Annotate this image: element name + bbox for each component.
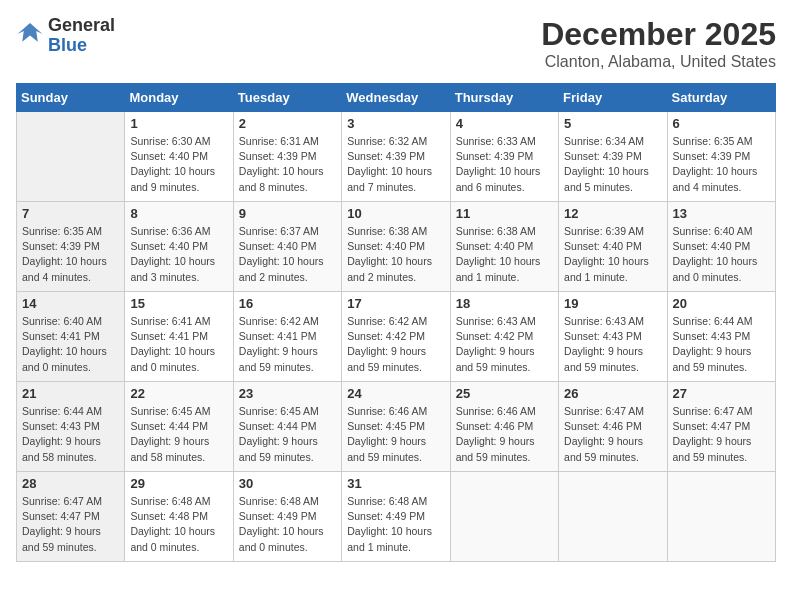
calendar-cell: 17Sunrise: 6:42 AM Sunset: 4:42 PM Dayli…	[342, 292, 450, 382]
calendar-cell: 29Sunrise: 6:48 AM Sunset: 4:48 PM Dayli…	[125, 472, 233, 562]
day-number: 11	[456, 206, 553, 221]
day-number: 3	[347, 116, 444, 131]
month-title: December 2025	[541, 16, 776, 53]
day-number: 18	[456, 296, 553, 311]
day-info: Sunrise: 6:40 AM Sunset: 4:40 PM Dayligh…	[673, 224, 770, 285]
weekday-header-friday: Friday	[559, 84, 667, 112]
calendar-cell: 7Sunrise: 6:35 AM Sunset: 4:39 PM Daylig…	[17, 202, 125, 292]
day-info: Sunrise: 6:31 AM Sunset: 4:39 PM Dayligh…	[239, 134, 336, 195]
calendar-cell: 21Sunrise: 6:44 AM Sunset: 4:43 PM Dayli…	[17, 382, 125, 472]
logo-text-general: General	[48, 16, 115, 36]
calendar-cell: 24Sunrise: 6:46 AM Sunset: 4:45 PM Dayli…	[342, 382, 450, 472]
title-section: December 2025 Clanton, Alabama, United S…	[541, 16, 776, 71]
day-number: 20	[673, 296, 770, 311]
day-info: Sunrise: 6:34 AM Sunset: 4:39 PM Dayligh…	[564, 134, 661, 195]
day-number: 31	[347, 476, 444, 491]
logo-bird-icon	[16, 20, 44, 48]
day-info: Sunrise: 6:48 AM Sunset: 4:49 PM Dayligh…	[239, 494, 336, 555]
day-info: Sunrise: 6:48 AM Sunset: 4:49 PM Dayligh…	[347, 494, 444, 555]
day-number: 1	[130, 116, 227, 131]
day-number: 30	[239, 476, 336, 491]
weekday-header-row: SundayMondayTuesdayWednesdayThursdayFrid…	[17, 84, 776, 112]
day-info: Sunrise: 6:45 AM Sunset: 4:44 PM Dayligh…	[130, 404, 227, 465]
calendar-cell: 14Sunrise: 6:40 AM Sunset: 4:41 PM Dayli…	[17, 292, 125, 382]
calendar-cell: 31Sunrise: 6:48 AM Sunset: 4:49 PM Dayli…	[342, 472, 450, 562]
logo-text-blue: Blue	[48, 36, 115, 56]
day-info: Sunrise: 6:30 AM Sunset: 4:40 PM Dayligh…	[130, 134, 227, 195]
calendar-cell: 20Sunrise: 6:44 AM Sunset: 4:43 PM Dayli…	[667, 292, 775, 382]
day-number: 10	[347, 206, 444, 221]
day-info: Sunrise: 6:41 AM Sunset: 4:41 PM Dayligh…	[130, 314, 227, 375]
day-number: 12	[564, 206, 661, 221]
calendar-cell: 2Sunrise: 6:31 AM Sunset: 4:39 PM Daylig…	[233, 112, 341, 202]
calendar-cell: 4Sunrise: 6:33 AM Sunset: 4:39 PM Daylig…	[450, 112, 558, 202]
weekday-header-saturday: Saturday	[667, 84, 775, 112]
day-info: Sunrise: 6:37 AM Sunset: 4:40 PM Dayligh…	[239, 224, 336, 285]
weekday-header-sunday: Sunday	[17, 84, 125, 112]
day-info: Sunrise: 6:46 AM Sunset: 4:45 PM Dayligh…	[347, 404, 444, 465]
day-info: Sunrise: 6:32 AM Sunset: 4:39 PM Dayligh…	[347, 134, 444, 195]
logo: General Blue	[16, 16, 115, 56]
calendar-cell: 11Sunrise: 6:38 AM Sunset: 4:40 PM Dayli…	[450, 202, 558, 292]
day-number: 23	[239, 386, 336, 401]
calendar-cell: 25Sunrise: 6:46 AM Sunset: 4:46 PM Dayli…	[450, 382, 558, 472]
day-number: 22	[130, 386, 227, 401]
calendar-cell	[17, 112, 125, 202]
location-title: Clanton, Alabama, United States	[541, 53, 776, 71]
calendar-cell: 13Sunrise: 6:40 AM Sunset: 4:40 PM Dayli…	[667, 202, 775, 292]
calendar-cell: 18Sunrise: 6:43 AM Sunset: 4:42 PM Dayli…	[450, 292, 558, 382]
day-number: 29	[130, 476, 227, 491]
day-info: Sunrise: 6:38 AM Sunset: 4:40 PM Dayligh…	[456, 224, 553, 285]
calendar-week-row: 28Sunrise: 6:47 AM Sunset: 4:47 PM Dayli…	[17, 472, 776, 562]
calendar-cell: 5Sunrise: 6:34 AM Sunset: 4:39 PM Daylig…	[559, 112, 667, 202]
calendar-cell: 3Sunrise: 6:32 AM Sunset: 4:39 PM Daylig…	[342, 112, 450, 202]
day-number: 27	[673, 386, 770, 401]
day-number: 7	[22, 206, 119, 221]
day-info: Sunrise: 6:39 AM Sunset: 4:40 PM Dayligh…	[564, 224, 661, 285]
day-number: 14	[22, 296, 119, 311]
day-number: 24	[347, 386, 444, 401]
day-number: 15	[130, 296, 227, 311]
day-number: 9	[239, 206, 336, 221]
day-number: 6	[673, 116, 770, 131]
day-info: Sunrise: 6:47 AM Sunset: 4:46 PM Dayligh…	[564, 404, 661, 465]
calendar-cell: 8Sunrise: 6:36 AM Sunset: 4:40 PM Daylig…	[125, 202, 233, 292]
calendar-cell: 27Sunrise: 6:47 AM Sunset: 4:47 PM Dayli…	[667, 382, 775, 472]
day-info: Sunrise: 6:47 AM Sunset: 4:47 PM Dayligh…	[673, 404, 770, 465]
calendar-cell	[559, 472, 667, 562]
day-info: Sunrise: 6:44 AM Sunset: 4:43 PM Dayligh…	[22, 404, 119, 465]
calendar-cell: 30Sunrise: 6:48 AM Sunset: 4:49 PM Dayli…	[233, 472, 341, 562]
day-info: Sunrise: 6:44 AM Sunset: 4:43 PM Dayligh…	[673, 314, 770, 375]
calendar-cell	[667, 472, 775, 562]
calendar-cell: 9Sunrise: 6:37 AM Sunset: 4:40 PM Daylig…	[233, 202, 341, 292]
calendar-cell: 15Sunrise: 6:41 AM Sunset: 4:41 PM Dayli…	[125, 292, 233, 382]
calendar-cell	[450, 472, 558, 562]
calendar-cell: 22Sunrise: 6:45 AM Sunset: 4:44 PM Dayli…	[125, 382, 233, 472]
weekday-header-wednesday: Wednesday	[342, 84, 450, 112]
day-info: Sunrise: 6:47 AM Sunset: 4:47 PM Dayligh…	[22, 494, 119, 555]
day-number: 4	[456, 116, 553, 131]
calendar-table: SundayMondayTuesdayWednesdayThursdayFrid…	[16, 83, 776, 562]
calendar-cell: 23Sunrise: 6:45 AM Sunset: 4:44 PM Dayli…	[233, 382, 341, 472]
weekday-header-tuesday: Tuesday	[233, 84, 341, 112]
day-info: Sunrise: 6:40 AM Sunset: 4:41 PM Dayligh…	[22, 314, 119, 375]
calendar-cell: 1Sunrise: 6:30 AM Sunset: 4:40 PM Daylig…	[125, 112, 233, 202]
day-info: Sunrise: 6:42 AM Sunset: 4:41 PM Dayligh…	[239, 314, 336, 375]
day-info: Sunrise: 6:35 AM Sunset: 4:39 PM Dayligh…	[673, 134, 770, 195]
calendar-cell: 28Sunrise: 6:47 AM Sunset: 4:47 PM Dayli…	[17, 472, 125, 562]
weekday-header-thursday: Thursday	[450, 84, 558, 112]
calendar-cell: 12Sunrise: 6:39 AM Sunset: 4:40 PM Dayli…	[559, 202, 667, 292]
day-number: 19	[564, 296, 661, 311]
day-number: 25	[456, 386, 553, 401]
day-info: Sunrise: 6:48 AM Sunset: 4:48 PM Dayligh…	[130, 494, 227, 555]
day-number: 26	[564, 386, 661, 401]
day-number: 17	[347, 296, 444, 311]
day-info: Sunrise: 6:43 AM Sunset: 4:43 PM Dayligh…	[564, 314, 661, 375]
day-info: Sunrise: 6:33 AM Sunset: 4:39 PM Dayligh…	[456, 134, 553, 195]
day-info: Sunrise: 6:35 AM Sunset: 4:39 PM Dayligh…	[22, 224, 119, 285]
calendar-week-row: 14Sunrise: 6:40 AM Sunset: 4:41 PM Dayli…	[17, 292, 776, 382]
day-number: 8	[130, 206, 227, 221]
day-number: 2	[239, 116, 336, 131]
weekday-header-monday: Monday	[125, 84, 233, 112]
day-info: Sunrise: 6:45 AM Sunset: 4:44 PM Dayligh…	[239, 404, 336, 465]
